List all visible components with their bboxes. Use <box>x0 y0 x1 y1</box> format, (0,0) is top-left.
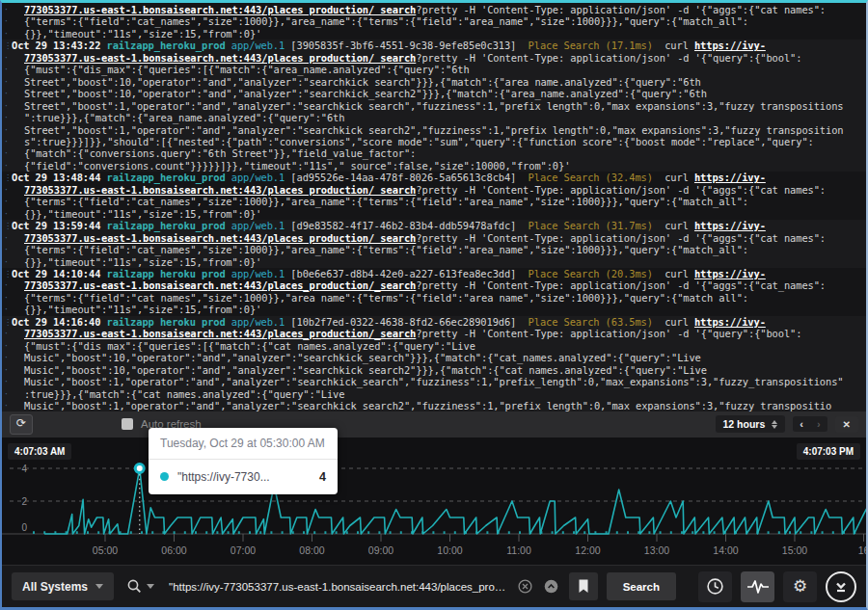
process-name[interactable]: app/web.1 <box>231 220 285 231</box>
log-link[interactable]: 773053377.us-east-1.bonsaisearch.net:443… <box>24 279 416 291</box>
log-text: Music","boost":10,"operator":"and","anal… <box>24 352 701 363</box>
save-search-button[interactable] <box>569 572 598 600</box>
program-name[interactable]: railzapp_heroku_prod <box>107 316 226 328</box>
x-tick-label: 10:00 <box>437 544 462 556</box>
log-link[interactable]: https://ivy- <box>694 316 766 328</box>
chart-end-time-badge: 4:07:03 PM <box>797 443 860 460</box>
log-line: ⋮Oct 29 14:16:40 railzapp_heroku_prod ap… <box>2 316 866 328</box>
timestamp: Oct 29 14:10:44 <box>12 268 107 279</box>
log-text: ?pretty -H 'Content-Type: application/js… <box>416 4 826 15</box>
line-menu-icon[interactable]: ⋮ <box>4 269 12 279</box>
settings-button[interactable]: ⚙ <box>783 571 817 602</box>
log-entry: ⋮Oct 29 13:43:22 railzapp_heroku_prod ap… <box>2 40 866 172</box>
x-tick-label: 12:00 <box>575 544 600 556</box>
log-text: {"field":"conversions.count"}}}}}]}},"ti… <box>24 160 570 172</box>
process-name[interactable]: app/web.1 <box>231 316 285 328</box>
log-line: ·Music","boost":10,"operator":"and","ana… <box>2 352 866 363</box>
history-button[interactable] <box>698 571 732 602</box>
log-text: {"match":{"conversions.query":"6th Stree… <box>24 147 416 159</box>
log-link[interactable]: https://ivy- <box>694 268 766 279</box>
log-link[interactable]: 773053377.us-east-1.bonsaisearch.net:443… <box>24 184 416 196</box>
log-link[interactable]: 773053377.us-east-1.bonsaisearch.net:443… <box>24 4 416 15</box>
line-menu-icon[interactable]: ⋮ <box>4 172 12 183</box>
x-tick-label: 15:00 <box>782 544 807 556</box>
event-chart[interactable]: 4:07:03 AM 4:07:03 PM 05:0006:0007:0008:… <box>2 438 866 566</box>
tooltip-value: 4 <box>319 470 326 484</box>
right-button-cluster: ⚙ <box>698 571 856 602</box>
log-entry: ·773053377.us-east-1.bonsaisearch.net:44… <box>2 4 866 40</box>
event-velocity-button[interactable] <box>741 571 774 602</box>
log-line: ·773053377.us-east-1.bonsaisearch.net:44… <box>2 279 866 291</box>
chart-svg[interactable]: 05:0006:0007:0008:0009:0010:0011:0012:00… <box>2 438 866 566</box>
log-text: s":true}}}]}},"should":[{"nested":{"path… <box>24 136 814 147</box>
log-link[interactable]: https://ivy- <box>694 220 766 231</box>
line-dot-icon: · <box>4 77 9 88</box>
log-line: ·{"terms":{"field":"cat_names","size":10… <box>2 196 866 207</box>
x-tick-label: 09:00 <box>368 544 393 556</box>
log-link[interactable]: 773053377.us-east-1.bonsaisearch.net:443… <box>24 328 416 339</box>
systems-dropdown-label: All Systems <box>22 580 88 594</box>
program-name[interactable]: railzapp_heroku_prod <box>107 268 226 279</box>
systems-dropdown[interactable]: All Systems <box>12 572 114 600</box>
search-submit-button[interactable]: Search <box>607 572 676 600</box>
process-name[interactable]: app/web.1 <box>231 268 285 279</box>
line-menu-icon[interactable]: ⋮ <box>4 221 12 231</box>
search-bar: All Systems "https://ivy-773053377.us-ea… <box>2 565 866 607</box>
log-text: Music","boost":1,"operator":"and","analy… <box>24 376 844 387</box>
refresh-button[interactable]: ⟳ <box>10 414 33 435</box>
search-query-input[interactable]: "https://ivy-773053377.us-east-1.bonsais… <box>169 581 508 593</box>
log-text: {"terms":{"field":"cat_names","size":100… <box>24 15 748 27</box>
line-menu-icon[interactable]: ⋮ <box>4 40 12 51</box>
tooltip-series-label: "https://ivy-7730... <box>177 470 270 484</box>
search-type-dropdown[interactable] <box>126 578 154 595</box>
line-menu-icon[interactable]: ⋮ <box>4 317 12 328</box>
program-name[interactable]: railzapp_heroku_prod <box>107 40 226 51</box>
log-link[interactable]: 773053377.us-east-1.bonsaisearch.net:443… <box>24 52 416 64</box>
scroll-to-bottom-button[interactable] <box>826 571 856 602</box>
program-name[interactable]: railzapp_heroku_prod <box>107 220 226 231</box>
log-line: ·773053377.us-east-1.bonsaisearch.net:44… <box>2 328 866 339</box>
line-dot-icon: · <box>4 209 9 220</box>
log-text: {"terms":{"field":"cat_names","size":100… <box>24 292 748 304</box>
line-dot-icon: · <box>4 16 9 27</box>
y-tick-label: 4 <box>21 463 27 473</box>
line-dot-icon: · <box>4 257 9 268</box>
log-text: Street","boost":1,"operator":"and","anal… <box>24 124 844 136</box>
log-text: {}},"timeout":"11s","size":15,"from":0}' <box>24 208 261 220</box>
range-next-button[interactable]: › <box>810 416 827 432</box>
y-tick-label: 2 <box>21 495 27 506</box>
process-name[interactable]: app/web.1 <box>231 172 285 183</box>
log-text: ?pretty -H 'Content-Type: application/js… <box>416 52 801 64</box>
line-dot-icon: · <box>4 29 9 40</box>
event-type-label: Place Search (32.4ms) <box>529 172 653 183</box>
chart-close-button[interactable]: ✕ <box>835 416 858 433</box>
clear-query-button[interactable] <box>517 578 534 596</box>
log-link[interactable]: https://ivy- <box>694 172 766 183</box>
log-line: ·{}},"timeout":"11s","size":15,"from":0}… <box>2 304 866 315</box>
line-dot-icon: · <box>4 305 9 315</box>
log-line: ⋮Oct 29 13:59:44 railzapp_heroku_prod ap… <box>2 220 866 231</box>
log-line: ·773053377.us-east-1.bonsaisearch.net:44… <box>2 184 866 196</box>
log-text: ?pretty -H 'Content-Type: application/js… <box>416 279 826 291</box>
line-dot-icon: · <box>4 329 9 339</box>
search-icon <box>126 578 143 595</box>
x-tick-label: 11:00 <box>506 544 531 556</box>
log-link[interactable]: https://ivy- <box>694 40 766 51</box>
log-text: ":true}}},{"match":{"area_name.analyzed"… <box>24 112 344 123</box>
range-prev-button[interactable]: ‹ <box>793 416 810 432</box>
timestamp: Oct 29 13:43:22 <box>12 40 107 51</box>
process-name[interactable]: app/web.1 <box>231 40 285 51</box>
log-link[interactable]: 773053377.us-east-1.bonsaisearch.net:443… <box>24 232 416 244</box>
chevron-down-icon <box>147 584 154 589</box>
log-text: [b0e6e637-d8b4-42e0-a227-613fea8ec3dd] <box>285 268 528 279</box>
chevron-down-icon <box>95 584 103 589</box>
time-range-select[interactable]: 12 hours <box>716 415 786 433</box>
log-text: {"terms":{"field":"cat_names","size":100… <box>24 196 748 207</box>
program-name[interactable]: railzapp_heroku_prod <box>107 172 226 183</box>
log-entry: ⋮Oct 29 13:59:44 railzapp_heroku_prod ap… <box>2 220 866 268</box>
select-updown-icon <box>772 420 777 429</box>
log-area[interactable]: ·773053377.us-east-1.bonsaisearch.net:44… <box>2 3 866 411</box>
log-text: ?pretty -H 'Content-Type: application/js… <box>416 328 801 339</box>
collapse-search-button[interactable] <box>543 578 560 596</box>
auto-refresh-checkbox[interactable] <box>122 418 133 430</box>
